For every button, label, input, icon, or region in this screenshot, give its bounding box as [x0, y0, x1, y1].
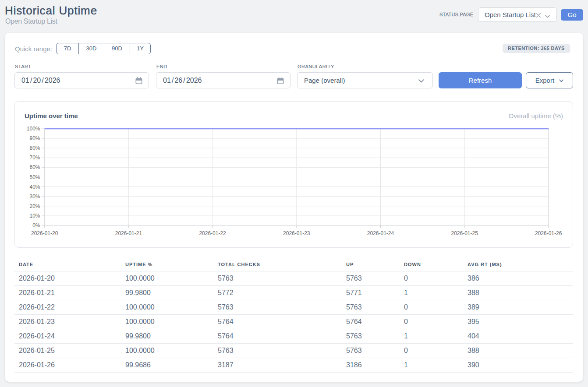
svg-text:2026-01-24: 2026-01-24	[367, 230, 394, 236]
svg-text:0%: 0%	[32, 222, 40, 229]
svg-text:70%: 70%	[29, 155, 40, 161]
svg-text:20%: 20%	[29, 203, 40, 209]
svg-text:100%: 100%	[27, 126, 40, 132]
svg-text:10%: 10%	[29, 213, 40, 219]
svg-text:90%: 90%	[29, 135, 40, 141]
svg-text:2026-01-26: 2026-01-26	[535, 230, 562, 236]
svg-text:80%: 80%	[29, 145, 40, 151]
svg-text:50%: 50%	[29, 174, 40, 180]
svg-text:40%: 40%	[29, 184, 40, 190]
svg-text:2026-01-23: 2026-01-23	[283, 230, 310, 236]
svg-text:2026-01-21: 2026-01-21	[115, 230, 142, 236]
svg-text:2026-01-20: 2026-01-20	[31, 230, 58, 236]
svg-text:30%: 30%	[29, 194, 40, 200]
svg-text:2026-01-25: 2026-01-25	[451, 230, 478, 236]
svg-text:2026-01-22: 2026-01-22	[199, 230, 226, 236]
svg-text:60%: 60%	[29, 164, 40, 170]
